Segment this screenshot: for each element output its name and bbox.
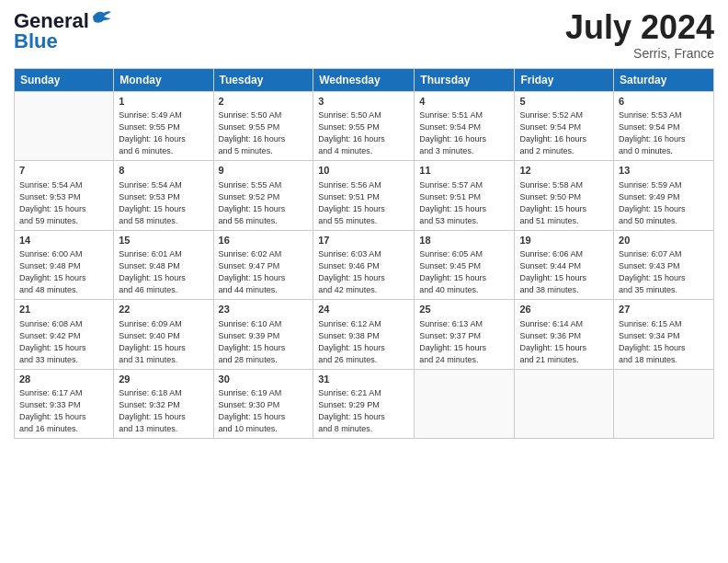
day-number: 16	[219, 234, 309, 247]
calendar-cell: 8Sunrise: 5:54 AMSunset: 9:53 PMDaylight…	[114, 161, 213, 231]
calendar-cell: 17Sunrise: 6:03 AMSunset: 9:46 PMDayligh…	[313, 230, 415, 300]
calendar-week-3: 14Sunrise: 6:00 AMSunset: 9:48 PMDayligh…	[15, 230, 714, 300]
main-container: General Blue July 2024 Serris, France Su…	[0, 0, 728, 563]
col-tuesday: Tuesday	[213, 68, 313, 91]
calendar-cell: 7Sunrise: 5:54 AMSunset: 9:53 PMDaylight…	[15, 161, 114, 231]
day-number: 19	[519, 234, 609, 247]
day-info: Sunrise: 5:52 AMSunset: 9:54 PMDaylight:…	[519, 109, 609, 157]
day-number: 20	[619, 234, 709, 247]
calendar-cell	[15, 91, 114, 161]
day-info: Sunrise: 5:49 AMSunset: 9:55 PMDaylight:…	[119, 109, 208, 157]
calendar-cell	[415, 369, 515, 439]
day-headers-row: Sunday Monday Tuesday Wednesday Thursday…	[15, 68, 714, 91]
col-wednesday: Wednesday	[313, 68, 415, 91]
day-info: Sunrise: 5:56 AMSunset: 9:51 PMDaylight:…	[318, 179, 409, 227]
day-info: Sunrise: 6:01 AMSunset: 9:48 PMDaylight:…	[119, 248, 208, 296]
calendar-cell: 23Sunrise: 6:10 AMSunset: 9:39 PMDayligh…	[213, 300, 313, 370]
day-info: Sunrise: 5:54 AMSunset: 9:53 PMDaylight:…	[119, 179, 208, 227]
day-info: Sunrise: 5:57 AMSunset: 9:51 PMDaylight:…	[419, 179, 509, 227]
day-info: Sunrise: 6:17 AMSunset: 9:33 PMDaylight:…	[19, 387, 108, 435]
day-number: 11	[419, 164, 509, 178]
day-number: 15	[119, 234, 208, 247]
calendar-week-5: 28Sunrise: 6:17 AMSunset: 9:33 PMDayligh…	[15, 369, 714, 439]
calendar-week-4: 21Sunrise: 6:08 AMSunset: 9:42 PMDayligh…	[15, 300, 714, 370]
day-number: 5	[519, 95, 609, 109]
day-number: 31	[318, 373, 409, 386]
day-info: Sunrise: 5:55 AMSunset: 9:52 PMDaylight:…	[219, 179, 309, 227]
day-info: Sunrise: 6:12 AMSunset: 9:38 PMDaylight:…	[318, 318, 409, 366]
calendar-cell: 28Sunrise: 6:17 AMSunset: 9:33 PMDayligh…	[15, 369, 114, 439]
calendar-cell: 29Sunrise: 6:18 AMSunset: 9:32 PMDayligh…	[114, 369, 213, 439]
calendar-cell: 3Sunrise: 5:50 AMSunset: 9:55 PMDaylight…	[313, 91, 415, 161]
day-info: Sunrise: 6:06 AMSunset: 9:44 PMDaylight:…	[519, 248, 609, 296]
calendar-cell: 24Sunrise: 6:12 AMSunset: 9:38 PMDayligh…	[313, 300, 415, 370]
calendar-cell: 9Sunrise: 5:55 AMSunset: 9:52 PMDaylight…	[213, 161, 313, 231]
calendar-cell: 16Sunrise: 6:02 AMSunset: 9:47 PMDayligh…	[213, 230, 313, 300]
day-number: 28	[19, 373, 108, 386]
day-number: 1	[119, 95, 208, 109]
day-info: Sunrise: 5:51 AMSunset: 9:54 PMDaylight:…	[419, 109, 509, 157]
calendar-cell: 19Sunrise: 6:06 AMSunset: 9:44 PMDayligh…	[515, 230, 614, 300]
calendar-table: Sunday Monday Tuesday Wednesday Thursday…	[14, 68, 714, 440]
day-info: Sunrise: 5:50 AMSunset: 9:55 PMDaylight:…	[219, 109, 309, 157]
day-number: 26	[519, 303, 609, 316]
calendar-cell	[614, 369, 714, 439]
day-number: 2	[219, 95, 309, 109]
day-number: 25	[419, 303, 509, 316]
month-title: July 2024	[565, 9, 714, 46]
day-number: 9	[219, 164, 309, 178]
day-number: 4	[419, 95, 509, 109]
logo-block: General Blue	[14, 9, 111, 53]
day-number: 29	[119, 373, 208, 386]
calendar-cell: 5Sunrise: 5:52 AMSunset: 9:54 PMDaylight…	[515, 91, 614, 161]
calendar-cell: 22Sunrise: 6:09 AMSunset: 9:40 PMDayligh…	[114, 300, 213, 370]
calendar-week-1: 1Sunrise: 5:49 AMSunset: 9:55 PMDaylight…	[15, 91, 714, 161]
day-info: Sunrise: 5:50 AMSunset: 9:55 PMDaylight:…	[318, 109, 409, 157]
day-info: Sunrise: 6:14 AMSunset: 9:36 PMDaylight:…	[519, 318, 609, 366]
day-number: 24	[318, 303, 409, 316]
calendar-cell	[515, 369, 614, 439]
day-number: 27	[619, 303, 709, 316]
col-monday: Monday	[114, 68, 213, 91]
day-info: Sunrise: 6:02 AMSunset: 9:47 PMDaylight:…	[219, 248, 309, 296]
day-number: 30	[219, 373, 309, 386]
calendar-cell: 10Sunrise: 5:56 AMSunset: 9:51 PMDayligh…	[313, 161, 415, 231]
calendar-cell: 31Sunrise: 6:21 AMSunset: 9:29 PMDayligh…	[313, 369, 415, 439]
day-info: Sunrise: 6:00 AMSunset: 9:48 PMDaylight:…	[19, 248, 108, 296]
day-info: Sunrise: 6:10 AMSunset: 9:39 PMDaylight:…	[219, 318, 309, 366]
calendar-cell: 25Sunrise: 6:13 AMSunset: 9:37 PMDayligh…	[415, 300, 515, 370]
day-info: Sunrise: 5:59 AMSunset: 9:49 PMDaylight:…	[619, 179, 709, 227]
day-number: 22	[119, 303, 208, 316]
col-friday: Friday	[515, 68, 614, 91]
day-info: Sunrise: 6:19 AMSunset: 9:30 PMDaylight:…	[219, 387, 309, 435]
calendar-cell: 18Sunrise: 6:05 AMSunset: 9:45 PMDayligh…	[415, 230, 515, 300]
day-number: 7	[19, 164, 108, 178]
day-info: Sunrise: 6:07 AMSunset: 9:43 PMDaylight:…	[619, 248, 709, 296]
calendar-body: 1Sunrise: 5:49 AMSunset: 9:55 PMDaylight…	[15, 91, 714, 439]
calendar-cell: 21Sunrise: 6:08 AMSunset: 9:42 PMDayligh…	[15, 300, 114, 370]
day-number: 18	[419, 234, 509, 247]
col-saturday: Saturday	[614, 68, 714, 91]
location: Serris, France	[565, 46, 714, 61]
calendar-cell: 1Sunrise: 5:49 AMSunset: 9:55 PMDaylight…	[114, 91, 213, 161]
day-info: Sunrise: 6:13 AMSunset: 9:37 PMDaylight:…	[419, 318, 509, 366]
col-thursday: Thursday	[415, 68, 515, 91]
day-number: 13	[619, 164, 709, 178]
calendar-cell: 14Sunrise: 6:00 AMSunset: 9:48 PMDayligh…	[15, 230, 114, 300]
col-sunday: Sunday	[15, 68, 114, 91]
calendar-cell: 4Sunrise: 5:51 AMSunset: 9:54 PMDaylight…	[415, 91, 515, 161]
title-section: July 2024 Serris, France	[565, 9, 714, 61]
logo: General Blue	[14, 9, 111, 53]
day-number: 17	[318, 234, 409, 247]
day-info: Sunrise: 5:58 AMSunset: 9:50 PMDaylight:…	[519, 179, 609, 227]
calendar-header: Sunday Monday Tuesday Wednesday Thursday…	[15, 68, 714, 91]
day-info: Sunrise: 6:18 AMSunset: 9:32 PMDaylight:…	[119, 387, 208, 435]
day-info: Sunrise: 6:21 AMSunset: 9:29 PMDaylight:…	[318, 387, 409, 435]
calendar-cell: 30Sunrise: 6:19 AMSunset: 9:30 PMDayligh…	[213, 369, 313, 439]
day-number: 8	[119, 164, 208, 178]
calendar-cell: 11Sunrise: 5:57 AMSunset: 9:51 PMDayligh…	[415, 161, 515, 231]
calendar-cell: 20Sunrise: 6:07 AMSunset: 9:43 PMDayligh…	[614, 230, 714, 300]
header: General Blue July 2024 Serris, France	[14, 9, 714, 61]
calendar-cell: 12Sunrise: 5:58 AMSunset: 9:50 PMDayligh…	[515, 161, 614, 231]
day-number: 21	[19, 303, 108, 316]
